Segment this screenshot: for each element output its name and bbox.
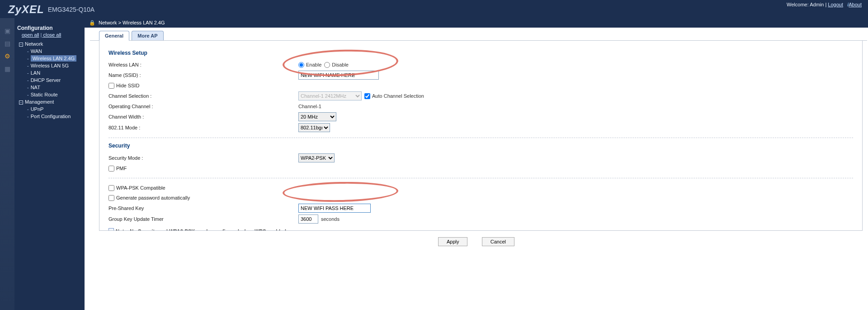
tree-static[interactable]: Static Route [31, 92, 58, 97]
label-psk: Pre-Shared Key [108, 205, 298, 211]
checkbox-gen-password[interactable] [108, 195, 114, 201]
input-ssid[interactable] [298, 71, 379, 80]
select-channel[interactable]: Channel-1 2412MHz [298, 91, 362, 100]
monitor-icon[interactable]: ▤ [2, 38, 13, 49]
label-channel-width: Channel Width : [108, 114, 298, 119]
brand-logo: ZyXEL [8, 3, 44, 16]
open-all-link[interactable]: open all [22, 32, 39, 38]
radio-enable[interactable] [298, 62, 304, 68]
label-80211-mode: 802.11 Mode : [108, 125, 298, 130]
checkbox-pmf[interactable] [108, 166, 114, 172]
close-all-link[interactable]: close all [43, 32, 61, 38]
label-seconds: seconds [321, 216, 340, 222]
tree-management[interactable]: Management [25, 99, 54, 105]
tree-portconf[interactable]: Port Configuration [31, 114, 71, 119]
checkbox-auto-channel[interactable] [364, 93, 370, 99]
radio-disable[interactable] [324, 62, 330, 68]
value-operating-channel: Channel-1 [298, 104, 321, 109]
tree-wan[interactable]: WAN [31, 48, 42, 54]
label-security-mode: Security Mode : [108, 155, 298, 161]
tree-lan[interactable]: LAN [31, 70, 40, 76]
lock-icon: 🔒 [89, 20, 95, 25]
tree-wlan5[interactable]: Wireless LAN 5G [31, 63, 69, 68]
top-bar: ZyXEL EMG3425-Q10A Welcome: Admin | Logo… [0, 0, 868, 18]
maintenance-icon[interactable]: ▦ [2, 63, 13, 74]
tree-upnp[interactable]: UPnP [31, 106, 44, 112]
model-label: EMG3425-Q10A [48, 6, 95, 13]
label-wireless-lan: Wireless LAN : [108, 62, 298, 67]
select-channel-width[interactable]: 20 MHz [298, 112, 336, 121]
tree-wlan24[interactable]: Wireless LAN 2.4G [31, 55, 77, 62]
welcome-text: Welcome: Admin | [787, 2, 826, 7]
label-ssid: Name (SSID) : [108, 72, 298, 78]
tab-general[interactable]: General [99, 31, 129, 41]
input-group-key-timer[interactable] [298, 215, 318, 224]
about-link[interactable]: About [849, 2, 862, 7]
section-security: Security [108, 143, 853, 149]
logout-link[interactable]: Logout [828, 2, 843, 7]
label-group-key-timer: Group Key Update Timer [108, 216, 298, 222]
select-80211-mode[interactable]: 802.11bgn [298, 123, 330, 132]
icon-column: ▣ ▤ ⚙ ▦ [0, 18, 14, 310]
checkbox-hide-ssid[interactable] [108, 83, 114, 89]
label-channel-selection: Channel Selection : [108, 93, 298, 99]
tree-dhcp[interactable]: DHCP Server [31, 77, 61, 83]
input-psk[interactable] [298, 204, 371, 213]
section-wireless-setup: Wireless Setup [108, 50, 853, 56]
cancel-button[interactable]: Cancel [482, 237, 514, 246]
tab-more-ap[interactable]: More AP [132, 31, 163, 40]
select-security-mode[interactable]: WPA2-PSK [298, 153, 335, 162]
configuration-icon[interactable]: ⚙ [2, 51, 13, 62]
checkbox-wpa-compat[interactable] [108, 185, 114, 191]
apply-button[interactable]: Apply [438, 237, 468, 246]
label-operating-channel: Operating Channel : [108, 104, 298, 109]
dashboard-icon[interactable]: ▣ [2, 25, 13, 36]
note-icon [108, 228, 114, 231]
sidebar-title: Configuration [17, 25, 81, 31]
note-wps: Note: No Security and WPA2-PSK can be co… [108, 228, 853, 231]
sidebar: Configuration open all | close all −Netw… [14, 18, 85, 310]
breadcrumb: 🔒 Network > Wireless LAN 2.4G [85, 18, 868, 28]
tree-nat[interactable]: NAT [31, 85, 40, 90]
tree-network[interactable]: Network [25, 41, 43, 47]
settings-panel: Wireless Setup Wireless LAN : Enable Dis… [99, 41, 863, 231]
